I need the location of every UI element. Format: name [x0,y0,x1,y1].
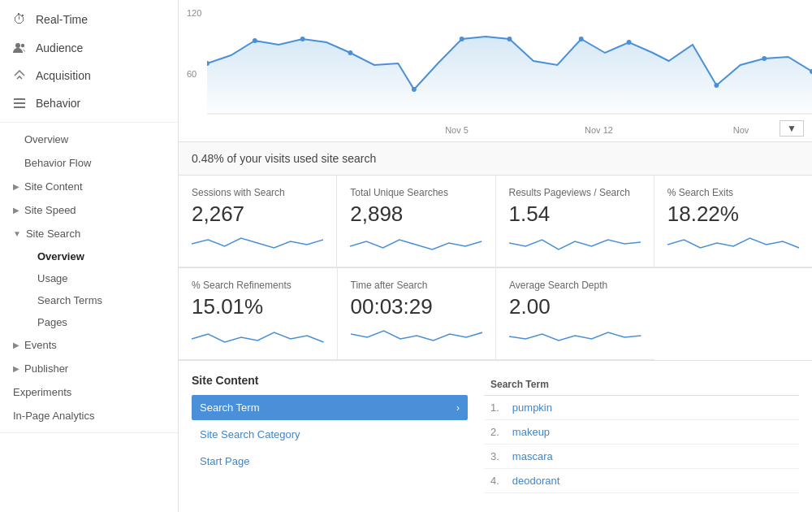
sidebar-item-site-speed[interactable]: ▶ Site Speed [0,198,178,222]
metric-search-exits: % Search Exits 18.22% [654,176,812,267]
sidebar-item-overview[interactable]: Overview [0,128,178,151]
sidebar-item-ss-usage[interactable]: Usage [0,267,178,289]
chart-dot [253,38,257,43]
svg-rect-3 [14,102,25,104]
search-term-row: 4. deodorant [484,469,799,493]
svg-point-1 [21,44,24,47]
metric-sessions-with-search: Sessions with Search 2,267 [179,176,337,267]
metric-value-4: 15.01% [192,294,324,319]
site-content-title: Site Content [192,374,468,387]
search-term-table: Search Term 1. pumpkin 2. makeup 3. masc… [484,374,799,493]
search-term-rank: 3. [484,445,506,469]
sidebar-item-ss-search-terms[interactable]: Search Terms [0,289,178,311]
dropdown-arrow: ▼ [787,123,797,134]
sidebar-item-audience[interactable]: Audience [0,34,178,62]
sparkline-5 [351,324,483,349]
chart-dot [348,50,353,55]
search-term-row: 3. mascara [484,445,799,469]
content-item-search-term-label: Search Term [200,401,456,414]
content-item-site-search-category[interactable]: Site Search Category [192,422,468,447]
content-item-category-label: Site Search Category [200,428,460,440]
chart-dot [579,37,584,41]
sidebar-item-acquisition[interactable]: Acquisition [0,62,178,89]
chart-date-nov5: Nov 5 [386,125,528,135]
sidebar-item-publisher[interactable]: ▶ Publisher [0,357,178,380]
search-term-value[interactable]: pumpkin [506,396,799,420]
summary-bar: 0.48% of your visits used site search [179,142,812,176]
chart-dot [762,56,767,61]
site-search-arrow: ▼ [13,229,21,238]
metric-label-3: % Search Exits [667,187,799,198]
metric-value-2: 1.54 [509,202,641,227]
metric-search-refinements: % Search Refinements 15.01% [179,268,338,360]
behavior-icon [13,97,26,110]
search-term-value[interactable]: mascara [506,445,799,469]
metric-time-after-search: Time after Search 00:03:29 [338,268,497,360]
metric-value-5: 00:03:29 [351,294,483,319]
metric-label-2: Results Pageviews / Search [509,187,641,198]
sparkline-3 [667,232,799,256]
line-chart [207,8,812,122]
sidebar-item-site-content[interactable]: ▶ Site Content [0,175,178,198]
chart-y-mid: 60 [187,69,197,79]
sparkline-6 [509,324,641,349]
acquisition-icon [13,69,26,82]
chart-y-top: 120 [187,8,201,18]
sidebar-item-experiments[interactable]: Experiments [0,380,178,404]
bottom-section: Site Content Search Term › Site Search C… [179,361,812,506]
search-term-value[interactable]: makeup [506,420,799,445]
content-item-start-page[interactable]: Start Page [192,449,468,474]
audience-icon [13,41,26,54]
sparkline-2 [509,232,641,256]
svg-point-0 [15,43,20,48]
chart-date-nov12: Nov 12 [528,125,670,135]
realtime-icon: ⏱ [13,12,26,27]
sidebar-item-behavior[interactable]: Behavior [0,89,178,117]
metric-avg-search-depth: Average Search Depth 2.00 [496,268,654,360]
chart-fill [207,37,812,114]
date-dropdown[interactable]: ▼ [780,120,804,137]
sidebar-item-ss-pages[interactable]: Pages [0,311,178,333]
content-item-search-term[interactable]: Search Term › [192,395,468,420]
chart-dot [300,37,305,41]
sidebar-item-behavior-flow[interactable]: Behavior Flow [0,151,178,175]
search-term-rank: 1. [484,396,506,420]
search-term-row: 2. makeup [484,420,799,445]
metric-value-3: 18.22% [667,202,799,227]
sidebar-item-ss-overview[interactable]: Overview [0,245,178,267]
site-content-arrow: ▶ [13,182,19,191]
chart-dot [460,37,464,41]
search-term-panel: Search Term 1. pumpkin 2. makeup 3. masc… [484,374,799,493]
metric-value-1: 2,898 [350,202,482,227]
events-arrow: ▶ [13,341,19,349]
svg-rect-2 [14,98,25,100]
metrics-grid-row1: Sessions with Search 2,267 Total Unique … [179,176,812,268]
sparkline-4 [192,324,324,349]
main-content: 120 60 [179,0,812,512]
search-term-row: 1. pumpkin [484,396,799,420]
sidebar-item-in-page-analytics[interactable]: In-Page Analytics [0,404,178,427]
summary-text: 0.48% of your visits used site search [192,152,376,165]
search-term-rank: 2. [484,420,506,445]
site-speed-arrow: ▶ [13,206,19,215]
publisher-arrow: ▶ [13,364,19,373]
metric-label-4: % Search Refinements [192,280,324,291]
sidebar: ⏱ Real-Time Audience Acquisition Behavio… [0,0,179,512]
sidebar-item-site-search[interactable]: ▼ Site Search [0,222,178,245]
chart-dates: Nov 5 Nov 12 Nov [207,122,812,138]
metric-label-0: Sessions with Search [192,187,323,198]
chart-dot [627,40,632,45]
sidebar-item-events[interactable]: ▶ Events [0,333,178,357]
site-content-panel: Site Content Search Term › Site Search C… [192,374,468,493]
search-term-value[interactable]: deodorant [506,469,799,493]
chart-area: 120 60 [179,0,812,142]
chart-dot [508,37,512,41]
metric-total-unique-searches: Total Unique Searches 2,898 [337,176,495,267]
metric-results-pageviews: Results Pageviews / Search 1.54 [496,176,654,267]
search-term-rank: 4. [484,469,506,493]
metric-label-1: Total Unique Searches [350,187,482,198]
sidebar-item-realtime[interactable]: ⏱ Real-Time [0,5,178,34]
chart-svg-wrapper [207,8,812,122]
search-term-col-header: Search Term [484,374,799,396]
sparkline-1 [350,232,482,256]
